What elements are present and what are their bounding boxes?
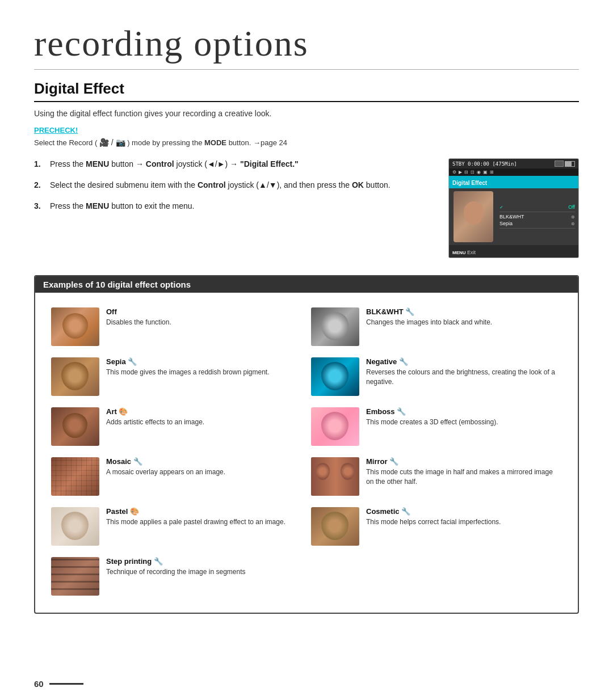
cam-menu-item-sepia: Sepia⊗ xyxy=(499,220,575,227)
effect-thumb-art xyxy=(51,407,99,446)
instruction-number-2: 2. xyxy=(34,179,44,191)
effect-thumb-blkwht xyxy=(311,307,359,346)
effect-name-blkwht: BLK&WHT 🔧 xyxy=(366,307,562,316)
effect-art: Art 🎨 Adds artistic effects to an image. xyxy=(47,402,306,452)
instruction-number-3: 3. xyxy=(34,200,44,212)
instruction-3: 3. Press the MENU button to exit the men… xyxy=(34,200,431,212)
instruction-text-1: Press the MENU button → Control joystick… xyxy=(50,158,299,170)
instruction-text-3: Press the MENU button to exit the menu. xyxy=(50,200,194,212)
effect-name-mosaic: Mosaic 🔧 xyxy=(106,457,302,466)
effect-thumb-sepia xyxy=(51,357,99,396)
intro-text: Using the digital effect function gives … xyxy=(34,109,579,118)
effect-desc-sepia: This mode gives the images a reddish bro… xyxy=(106,368,302,377)
effects-left-column: Off Disables the function. Sepia 🔧 This … xyxy=(47,302,306,601)
instruction-2: 2. Select the desired submenu item with … xyxy=(34,179,431,191)
instruction-number-1: 1. xyxy=(34,158,44,170)
effect-thumb-off xyxy=(51,307,99,346)
effect-name-negative: Negative 🔧 xyxy=(366,357,562,366)
effect-name-off: Off xyxy=(106,307,302,316)
effect-thumb-mirror xyxy=(311,457,359,496)
page-number-area: 60 xyxy=(34,679,83,689)
camera-exit: MENU Exit xyxy=(452,250,476,255)
effect-negative: Negative 🔧 Reverses the colours and the … xyxy=(306,352,566,402)
effect-name-step: Step printing 🔧 xyxy=(106,557,302,566)
effect-desc-mosaic: A mosaic overlay appears on an image. xyxy=(106,467,302,477)
effect-desc-mirror: This mode cuts the image in half and mak… xyxy=(366,467,562,487)
effect-thumb-step xyxy=(51,557,99,596)
effect-desc-blkwht: Changes the images into black and white. xyxy=(366,318,562,327)
effect-desc-negative: Reverses the colours and the brightness,… xyxy=(366,368,562,387)
record-icon: 🎥 / 📷 xyxy=(99,138,125,147)
effect-thumb-emboss xyxy=(311,407,359,446)
effect-emboss: Emboss 🔧 This mode creates a 3D effect (… xyxy=(306,402,566,452)
examples-box: Examples of 10 digital effect options Of… xyxy=(34,275,579,614)
effect-off: Off Disables the function. xyxy=(47,302,306,352)
instruction-1: 1. Press the MENU button → Control joyst… xyxy=(34,158,431,170)
instruction-text-2: Select the desired submenu item with the… xyxy=(50,179,391,191)
effect-sepia: Sepia 🔧 This mode gives the images a red… xyxy=(47,352,306,402)
effect-step: Step printing 🔧 Technique of recording t… xyxy=(47,551,306,601)
page-title: recording options xyxy=(34,23,579,70)
page-line xyxy=(49,683,83,685)
effect-name-emboss: Emboss 🔧 xyxy=(366,407,562,416)
effect-thumb-mosaic xyxy=(51,457,99,496)
camera-status: STBY 0:00:00 [475Min] xyxy=(452,161,517,167)
effect-cosmetic: Cosmetic 🔧 This mode helps correct facia… xyxy=(306,501,566,551)
cam-menu-item-off: Off xyxy=(499,204,575,210)
effects-right-column: BLK&WHT 🔧 Changes the images into black … xyxy=(306,302,566,601)
effect-thumb-negative xyxy=(311,357,359,396)
effect-mosaic: Mosaic 🔧 A mosaic overlay appears on an … xyxy=(47,452,306,501)
effect-desc-step: Technique of recording the image in segm… xyxy=(106,567,302,577)
cam-menu-item-blkwht: BLK&WHT⊕ xyxy=(499,213,575,220)
effect-name-pastel: Pastel 🎨 xyxy=(106,507,302,516)
effect-desc-off: Disables the function. xyxy=(106,318,302,327)
examples-title: Examples of 10 digital effect options xyxy=(35,276,578,293)
camera-preview: STBY 0:00:00 [475Min] ⚙ ▶ ⊟ ⊡ ◉ ▣ ⊞ Digi… xyxy=(448,158,579,258)
effect-thumb-pastel xyxy=(51,507,99,546)
precheck-text: Select the Record ( 🎥 / 📷 ) mode by pres… xyxy=(34,138,579,147)
camera-menu-title: Digital Effect xyxy=(452,180,487,186)
effect-desc-cosmetic: This mode helps correct facial imperfect… xyxy=(366,517,562,527)
effect-desc-art: Adds artistic effects to an image. xyxy=(106,418,302,427)
page-number: 60 xyxy=(34,679,44,689)
effect-desc-pastel: This mode applies a pale pastel drawing … xyxy=(106,517,302,527)
effects-grid: Off Disables the function. Sepia 🔧 This … xyxy=(47,302,566,601)
effect-mirror: Mirror 🔧 This mode cuts the image in hal… xyxy=(306,452,566,501)
effect-name-mirror: Mirror 🔧 xyxy=(366,457,562,466)
effect-desc-emboss: This mode creates a 3D effect (embossing… xyxy=(366,418,562,427)
instructions-list: 1. Press the MENU button → Control joyst… xyxy=(34,158,431,221)
effect-blkwht: BLK&WHT 🔧 Changes the images into black … xyxy=(306,302,566,352)
effect-name-cosmetic: Cosmetic 🔧 xyxy=(366,507,562,516)
effect-name-art: Art 🎨 xyxy=(106,407,302,416)
precheck-label: PRECHECK! xyxy=(34,126,579,134)
section-heading: Digital Effect xyxy=(34,80,579,102)
effect-name-sepia: Sepia 🔧 xyxy=(106,357,302,366)
effect-pastel: Pastel 🎨 This mode applies a pale pastel… xyxy=(47,501,306,551)
effect-thumb-cosmetic xyxy=(311,507,359,546)
